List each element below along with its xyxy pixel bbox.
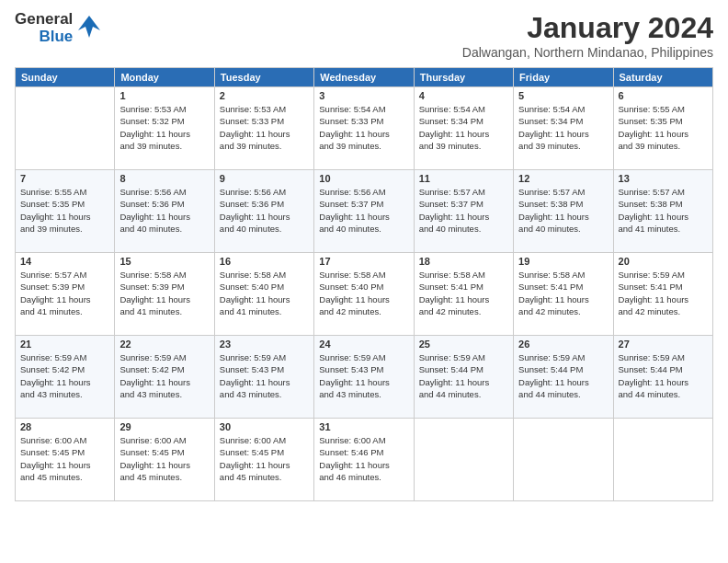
day-number: 26 bbox=[518, 339, 608, 350]
table-row: 13Sunrise: 5:57 AM Sunset: 5:38 PM Dayli… bbox=[613, 170, 712, 253]
table-row bbox=[414, 419, 513, 501]
day-info: Sunrise: 5:53 AM Sunset: 5:33 PM Dayligh… bbox=[220, 103, 309, 152]
day-number: 13 bbox=[619, 173, 708, 184]
day-info: Sunrise: 5:58 AM Sunset: 5:40 PM Dayligh… bbox=[319, 269, 408, 317]
table-row: 15Sunrise: 5:58 AM Sunset: 5:39 PM Dayli… bbox=[115, 253, 214, 336]
day-info: Sunrise: 5:57 AM Sunset: 5:38 PM Dayligh… bbox=[619, 186, 708, 235]
calendar-week-row: 21Sunrise: 5:59 AM Sunset: 5:42 PM Dayli… bbox=[16, 336, 713, 419]
day-info: Sunrise: 5:59 AM Sunset: 5:43 PM Dayligh… bbox=[220, 351, 309, 400]
table-row: 10Sunrise: 5:56 AM Sunset: 5:37 PM Dayli… bbox=[314, 170, 414, 253]
day-number: 6 bbox=[619, 90, 708, 101]
table-row: 29Sunrise: 6:00 AM Sunset: 5:45 PM Dayli… bbox=[115, 419, 214, 501]
day-info: Sunrise: 6:00 AM Sunset: 5:45 PM Dayligh… bbox=[20, 434, 109, 483]
table-row: 27Sunrise: 5:59 AM Sunset: 5:44 PM Dayli… bbox=[613, 336, 712, 419]
day-info: Sunrise: 6:00 AM Sunset: 5:45 PM Dayligh… bbox=[220, 434, 309, 483]
col-wednesday: Wednesday bbox=[314, 68, 414, 87]
day-info: Sunrise: 5:59 AM Sunset: 5:41 PM Dayligh… bbox=[619, 269, 708, 317]
calendar-table: Sunday Monday Tuesday Wednesday Thursday… bbox=[15, 67, 713, 501]
day-info: Sunrise: 5:53 AM Sunset: 5:32 PM Dayligh… bbox=[119, 103, 209, 152]
day-number: 9 bbox=[220, 173, 309, 184]
day-number: 29 bbox=[119, 421, 209, 432]
table-row: 19Sunrise: 5:58 AM Sunset: 5:41 PM Dayli… bbox=[514, 253, 613, 336]
day-info: Sunrise: 5:56 AM Sunset: 5:37 PM Dayligh… bbox=[319, 186, 408, 235]
day-info: Sunrise: 5:59 AM Sunset: 5:44 PM Dayligh… bbox=[619, 351, 708, 400]
day-number: 1 bbox=[119, 90, 209, 101]
day-number: 22 bbox=[119, 339, 209, 350]
day-info: Sunrise: 5:54 AM Sunset: 5:34 PM Dayligh… bbox=[518, 103, 608, 152]
day-info: Sunrise: 5:56 AM Sunset: 5:36 PM Dayligh… bbox=[220, 186, 309, 235]
calendar-header-row: Sunday Monday Tuesday Wednesday Thursday… bbox=[16, 68, 713, 87]
day-number: 31 bbox=[319, 421, 408, 432]
day-info: Sunrise: 5:55 AM Sunset: 5:35 PM Dayligh… bbox=[619, 103, 708, 152]
day-info: Sunrise: 5:58 AM Sunset: 5:39 PM Dayligh… bbox=[119, 269, 209, 317]
day-number: 15 bbox=[119, 256, 209, 267]
table-row: 9Sunrise: 5:56 AM Sunset: 5:36 PM Daylig… bbox=[214, 170, 313, 253]
day-number: 25 bbox=[419, 339, 508, 350]
day-info: Sunrise: 5:59 AM Sunset: 5:42 PM Dayligh… bbox=[20, 351, 109, 400]
day-info: Sunrise: 5:56 AM Sunset: 5:36 PM Dayligh… bbox=[119, 186, 209, 235]
table-row: 7Sunrise: 5:55 AM Sunset: 5:35 PM Daylig… bbox=[16, 170, 115, 253]
table-row: 31Sunrise: 6:00 AM Sunset: 5:46 PM Dayli… bbox=[314, 419, 414, 501]
table-row: 23Sunrise: 5:59 AM Sunset: 5:43 PM Dayli… bbox=[214, 336, 313, 419]
day-info: Sunrise: 5:59 AM Sunset: 5:44 PM Dayligh… bbox=[419, 351, 508, 400]
table-row: 3Sunrise: 5:54 AM Sunset: 5:33 PM Daylig… bbox=[314, 87, 414, 170]
table-row: 1Sunrise: 5:53 AM Sunset: 5:32 PM Daylig… bbox=[115, 87, 214, 170]
day-info: Sunrise: 5:57 AM Sunset: 5:39 PM Dayligh… bbox=[20, 269, 109, 317]
table-row: 22Sunrise: 5:59 AM Sunset: 5:42 PM Dayli… bbox=[115, 336, 214, 419]
day-number: 16 bbox=[220, 256, 309, 267]
day-number: 3 bbox=[319, 90, 408, 101]
table-row: 30Sunrise: 6:00 AM Sunset: 5:45 PM Dayli… bbox=[214, 419, 313, 501]
table-row: 21Sunrise: 5:59 AM Sunset: 5:42 PM Dayli… bbox=[16, 336, 115, 419]
table-row bbox=[16, 87, 115, 170]
day-number: 2 bbox=[220, 90, 309, 101]
day-number: 20 bbox=[619, 256, 708, 267]
col-tuesday: Tuesday bbox=[214, 68, 313, 87]
logo-icon bbox=[76, 14, 102, 43]
logo: General Blue bbox=[15, 11, 102, 45]
day-number: 17 bbox=[319, 256, 408, 267]
logo-general: General bbox=[15, 11, 73, 29]
day-number: 21 bbox=[20, 339, 109, 350]
calendar-week-row: 28Sunrise: 6:00 AM Sunset: 5:45 PM Dayli… bbox=[16, 419, 713, 501]
day-number: 30 bbox=[220, 421, 309, 432]
table-row: 14Sunrise: 5:57 AM Sunset: 5:39 PM Dayli… bbox=[16, 253, 115, 336]
col-monday: Monday bbox=[115, 68, 214, 87]
month-year-title: January 2024 bbox=[462, 11, 713, 45]
table-row: 2Sunrise: 5:53 AM Sunset: 5:33 PM Daylig… bbox=[214, 87, 313, 170]
day-info: Sunrise: 5:58 AM Sunset: 5:41 PM Dayligh… bbox=[419, 269, 508, 317]
day-info: Sunrise: 5:57 AM Sunset: 5:38 PM Dayligh… bbox=[518, 186, 608, 235]
day-number: 7 bbox=[20, 173, 109, 184]
day-number: 27 bbox=[619, 339, 708, 350]
location-subtitle: Dalwangan, Northern Mindanao, Philippine… bbox=[462, 45, 713, 60]
day-info: Sunrise: 5:59 AM Sunset: 5:44 PM Dayligh… bbox=[518, 351, 608, 400]
day-number: 18 bbox=[419, 256, 508, 267]
calendar-week-row: 7Sunrise: 5:55 AM Sunset: 5:35 PM Daylig… bbox=[16, 170, 713, 253]
day-number: 4 bbox=[419, 90, 508, 101]
day-info: Sunrise: 5:54 AM Sunset: 5:33 PM Dayligh… bbox=[319, 103, 408, 152]
day-info: Sunrise: 5:59 AM Sunset: 5:43 PM Dayligh… bbox=[319, 351, 408, 400]
table-row: 20Sunrise: 5:59 AM Sunset: 5:41 PM Dayli… bbox=[613, 253, 712, 336]
day-number: 14 bbox=[20, 256, 109, 267]
title-section: January 2024 Dalwangan, Northern Mindana… bbox=[462, 11, 713, 60]
day-number: 11 bbox=[419, 173, 508, 184]
day-number: 10 bbox=[319, 173, 408, 184]
col-thursday: Thursday bbox=[414, 68, 513, 87]
day-info: Sunrise: 6:00 AM Sunset: 5:46 PM Dayligh… bbox=[319, 434, 408, 483]
day-number: 5 bbox=[518, 90, 608, 101]
day-info: Sunrise: 5:55 AM Sunset: 5:35 PM Dayligh… bbox=[20, 186, 109, 235]
table-row: 8Sunrise: 5:56 AM Sunset: 5:36 PM Daylig… bbox=[115, 170, 214, 253]
table-row: 26Sunrise: 5:59 AM Sunset: 5:44 PM Dayli… bbox=[514, 336, 613, 419]
day-info: Sunrise: 5:58 AM Sunset: 5:41 PM Dayligh… bbox=[518, 269, 608, 317]
table-row: 16Sunrise: 5:58 AM Sunset: 5:40 PM Dayli… bbox=[214, 253, 313, 336]
table-row bbox=[514, 419, 613, 501]
logo-blue: Blue bbox=[39, 29, 73, 46]
table-row: 6Sunrise: 5:55 AM Sunset: 5:35 PM Daylig… bbox=[613, 87, 712, 170]
day-number: 19 bbox=[518, 256, 608, 267]
calendar-week-row: 14Sunrise: 5:57 AM Sunset: 5:39 PM Dayli… bbox=[16, 253, 713, 336]
calendar-week-row: 1Sunrise: 5:53 AM Sunset: 5:32 PM Daylig… bbox=[16, 87, 713, 170]
col-sunday: Sunday bbox=[16, 68, 115, 87]
table-row: 12Sunrise: 5:57 AM Sunset: 5:38 PM Dayli… bbox=[514, 170, 613, 253]
table-row: 18Sunrise: 5:58 AM Sunset: 5:41 PM Dayli… bbox=[414, 253, 513, 336]
day-info: Sunrise: 6:00 AM Sunset: 5:45 PM Dayligh… bbox=[119, 434, 209, 483]
table-row: 5Sunrise: 5:54 AM Sunset: 5:34 PM Daylig… bbox=[514, 87, 613, 170]
